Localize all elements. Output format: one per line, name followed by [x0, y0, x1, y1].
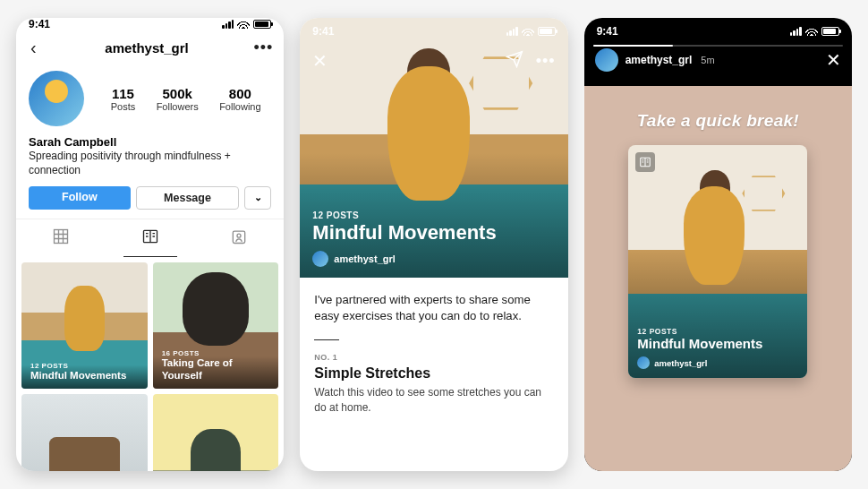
close-button[interactable]: ✕	[826, 49, 841, 71]
story-card-count: 12 POSTS	[637, 327, 798, 336]
paper-plane-icon	[506, 50, 523, 68]
stat-posts-label: Posts	[111, 101, 136, 112]
stat-following-num: 800	[219, 86, 260, 101]
status-time: 9:41	[312, 25, 334, 38]
svg-point-3	[237, 234, 241, 237]
guide-detail-screen: 9:41 ✕ ••• 12 POSTS Mindful Movements am…	[300, 18, 567, 471]
share-button[interactable]	[506, 50, 523, 72]
status-icons	[222, 20, 271, 29]
guide-overlay: 16 POSTS Taking Care of Yourself	[153, 342, 279, 388]
back-button[interactable]: ‹	[27, 36, 40, 60]
profile-bio: Sarah Campbell Spreading positivity thro…	[16, 132, 284, 186]
author-avatar	[637, 356, 650, 369]
story-card-text: 12 POSTS Mindful Movements amethyst_grl	[637, 327, 798, 370]
section-title: Simple Stretches	[314, 365, 553, 382]
cellular-icon	[222, 20, 234, 29]
guide-post-count: 12 POSTS	[30, 362, 139, 370]
guide-hero-text: 12 POSTS Mindful Movements amethyst_grl	[312, 210, 555, 267]
status-icons	[506, 27, 556, 36]
story-username[interactable]: amethyst_grl	[625, 54, 693, 66]
status-bar: 9:41	[584, 18, 852, 45]
tab-grid[interactable]	[16, 219, 106, 257]
guide-tile[interactable]	[153, 394, 279, 471]
guides-grid: 12 POSTS Mindful Movements 16 POSTS Taki…	[16, 257, 284, 471]
suggested-dropdown-button[interactable]: ⌄	[244, 186, 271, 210]
stat-posts[interactable]: 115 Posts	[111, 86, 136, 112]
grid-icon	[52, 227, 70, 245]
story-guide-card[interactable]: 12 POSTS Mindful Movements amethyst_grl	[628, 145, 807, 378]
tagged-icon	[230, 227, 248, 245]
story-card-author: amethyst_grl	[637, 356, 798, 369]
profile-screen: 9:41 ‹ amethyst_grl ••• 115 Posts 500k F…	[16, 18, 284, 471]
stat-following-label: Following	[219, 101, 260, 112]
status-bar: 9:41	[16, 18, 284, 30]
status-icons	[790, 27, 839, 36]
avatar[interactable]	[29, 71, 84, 126]
battery-icon	[253, 20, 271, 29]
wifi-icon	[805, 27, 818, 36]
author-username: amethyst_grl	[334, 253, 395, 264]
story-meta: amethyst_grl 5m ✕	[584, 47, 852, 79]
close-button[interactable]: ✕	[312, 50, 328, 72]
battery-icon	[821, 27, 839, 36]
story-time: 5m	[701, 55, 714, 65]
stat-followers-label: Followers	[157, 101, 199, 112]
guides-icon	[141, 227, 159, 245]
profile-username: amethyst_grl	[105, 40, 188, 56]
guide-thumbnail	[153, 394, 279, 471]
display-name: Sarah Campbell	[29, 135, 271, 149]
author-username: amethyst_grl	[654, 358, 707, 368]
guide-title: Mindful Movements	[30, 370, 139, 382]
battery-icon	[538, 27, 556, 36]
tab-guides[interactable]	[106, 219, 195, 257]
cellular-icon	[790, 27, 802, 36]
tab-tagged[interactable]	[195, 219, 285, 257]
guide-tile[interactable]: 12 POSTS Mindful Movements	[21, 262, 148, 389]
story-card-title: Mindful Movements	[637, 337, 798, 352]
profile-header: ‹ amethyst_grl •••	[16, 30, 284, 69]
profile-actions: Follow Message ⌄	[16, 186, 284, 219]
profile-tabs	[16, 219, 284, 257]
status-time: 9:41	[597, 25, 618, 38]
status-bar: 9:41	[300, 18, 567, 45]
guide-title: Mindful Movements	[312, 222, 555, 244]
guide-post-count: 12 POSTS	[312, 210, 555, 220]
guide-blurb: I've partnered with experts to share som…	[314, 292, 553, 325]
divider	[314, 339, 339, 341]
status-time: 9:41	[29, 18, 50, 30]
more-button[interactable]: •••	[253, 39, 273, 57]
stat-followers[interactable]: 500k Followers	[157, 86, 199, 112]
stat-followers-num: 500k	[157, 86, 199, 101]
stats-row: 115 Posts 500k Followers 800 Following	[100, 86, 271, 112]
message-button[interactable]: Message	[136, 186, 240, 210]
profile-top: 115 Posts 500k Followers 800 Following	[16, 69, 284, 132]
cellular-icon	[506, 27, 518, 36]
author-avatar	[312, 251, 328, 267]
story-canvas[interactable]: Take a quick break! 12 POSTS Mindful Mov…	[584, 86, 852, 471]
guide-top-actions: ✕ •••	[300, 50, 567, 72]
guide-thumbnail	[21, 394, 148, 471]
guide-author[interactable]: amethyst_grl	[312, 251, 555, 267]
story-headline: Take a quick break!	[637, 111, 799, 131]
follow-button[interactable]: Follow	[29, 186, 131, 210]
wifi-icon	[522, 27, 534, 36]
more-button[interactable]: •••	[536, 52, 556, 71]
guide-tile[interactable]	[21, 394, 148, 471]
svg-rect-0	[54, 230, 67, 244]
wifi-icon	[237, 20, 250, 29]
bio-text: Spreading positivity through mindfulness…	[29, 150, 271, 177]
stat-posts-num: 115	[111, 86, 136, 101]
guide-title: Taking Care of Yourself	[162, 357, 270, 381]
guide-body: I've partnered with experts to share som…	[300, 278, 567, 429]
story-screen: 9:41 amethyst_grl 5m ✕ Take a quick brea…	[584, 18, 852, 471]
stat-following[interactable]: 800 Following	[219, 86, 260, 112]
section-subtitle: Watch this video to see some stretches y…	[314, 385, 553, 414]
guide-tile[interactable]: 16 POSTS Taking Care of Yourself	[153, 262, 279, 389]
section-number: NO. 1	[314, 353, 553, 362]
story-author-avatar[interactable]	[595, 48, 618, 72]
guide-overlay: 12 POSTS Mindful Movements	[21, 355, 148, 389]
guide-hero: 9:41 ✕ ••• 12 POSTS Mindful Movements am…	[300, 18, 567, 278]
guide-post-count: 16 POSTS	[162, 349, 270, 357]
